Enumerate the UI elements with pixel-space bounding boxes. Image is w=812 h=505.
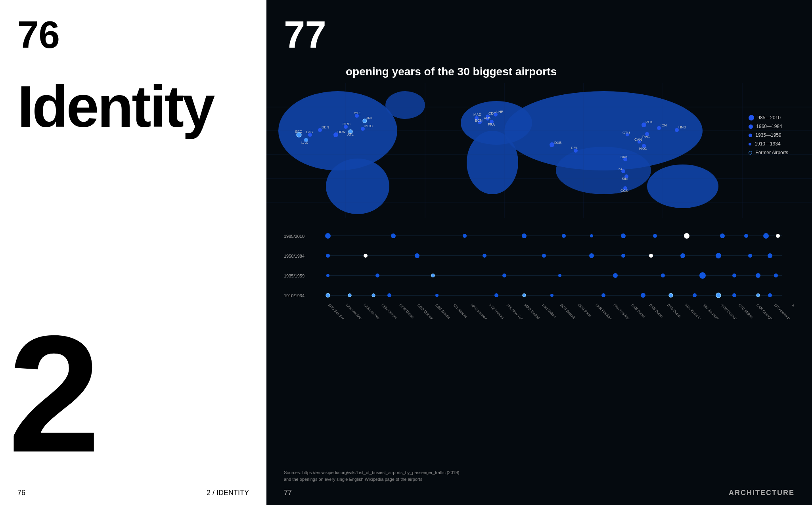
svg-point-115 [502,274,506,277]
svg-text:DEN: DEN [322,125,329,129]
svg-text:HKG: HKG [639,147,647,151]
left-big-number: 2 [8,311,101,477]
svg-point-89 [463,234,467,238]
svg-text:DFW: DFW [337,130,346,134]
svg-point-97 [744,234,748,238]
right-page-number: 77 [284,16,326,54]
svg-text:HND: HND [678,125,686,129]
svg-point-119 [699,272,706,279]
svg-text:PVG: PVG [642,135,650,139]
svg-point-133 [669,293,673,297]
right-footer-section: ARCHITECTURE [729,489,795,497]
svg-point-98 [763,233,769,239]
svg-text:KUL: KUL [619,167,626,171]
svg-point-7 [326,159,389,214]
svg-point-132 [641,293,645,298]
svg-point-88 [391,233,396,238]
svg-text:LHR: LHR [496,110,504,114]
svg-point-128 [494,293,498,297]
svg-point-106 [621,254,625,258]
legend-label-former: Former Airports [755,150,788,155]
svg-point-129 [523,294,526,297]
left-footer: 76 2 / IDENTITY [17,489,249,497]
svg-point-123 [326,293,330,297]
svg-point-125 [372,294,375,297]
svg-point-137 [756,294,760,297]
svg-point-4 [556,147,651,194]
svg-point-107 [649,254,653,258]
svg-point-105 [589,253,594,258]
svg-point-92 [590,234,593,237]
svg-text:LAX: LAX [301,141,308,145]
legend-item-1985: 985—2010 [749,115,788,121]
left-footer-section: 2 / IDENTITY [207,489,249,497]
svg-point-93 [621,233,626,238]
svg-text:DXB: DXB [554,141,562,145]
svg-text:ICN: ICN [661,123,667,127]
svg-point-111 [768,253,772,258]
svg-text:DEL: DEL [571,146,578,150]
svg-point-126 [387,293,391,297]
chart-main-title: opening years of the 30 biggest airports [346,65,795,78]
svg-point-116 [558,274,561,277]
svg-text:CGK: CGK [620,189,628,193]
legend-item-1935: 1935—1959 [749,132,788,138]
svg-point-99 [776,234,780,238]
right-footer-page-number: 77 [284,489,292,497]
svg-point-138 [768,293,772,297]
svg-point-136 [732,293,736,297]
svg-text:CAN: CAN [634,138,642,142]
svg-point-134 [693,293,697,297]
svg-text:MAD: MAD [473,113,482,117]
left-page-number: 76 [17,16,60,54]
svg-text:ORD: ORD [343,122,351,126]
legend-dot-1985 [749,115,754,121]
svg-point-135 [716,293,721,298]
svg-point-131 [601,293,605,297]
svg-point-117 [613,273,618,278]
svg-point-121 [756,273,760,278]
legend-label-1935: 1935—1959 [755,132,781,138]
svg-point-90 [522,233,527,238]
svg-point-91 [562,234,566,238]
legend-dot-1960 [749,124,753,129]
svg-text:1950/1984: 1950/1984 [284,254,304,258]
svg-text:MCO: MCO [364,124,373,128]
svg-text:1935/1959: 1935/1959 [284,274,304,278]
legend-label-1985: 985—2010 [757,115,781,121]
svg-point-127 [435,294,439,297]
svg-point-95 [684,233,689,239]
svg-text:BKK: BKK [620,155,628,159]
svg-point-100 [326,254,330,258]
legend-item-former: Former Airports [749,150,788,155]
svg-point-87 [325,233,331,239]
svg-point-101 [364,254,368,258]
world-map-svg: MAD CDG LHR BCN AMS FRA DXB DEL PEK [266,83,812,218]
svg-text:JFK: JFK [366,116,373,120]
svg-text:SIN: SIN [622,177,628,181]
legend-item-1910: 1910—1934 [749,141,788,147]
left-title: Identity [17,77,213,136]
svg-text:FRA: FRA [488,122,495,126]
left-footer-page-number: 76 [17,489,25,497]
svg-text:LAS: LAS [306,130,313,134]
svg-point-104 [542,254,546,258]
svg-rect-78 [266,220,794,319]
source-line-1: Sources: https://en.wikipedia.org/wiki/L… [284,469,459,476]
right-footer: 77 ARCHITECTURE [284,489,795,497]
svg-point-8 [385,91,425,119]
svg-point-102 [415,253,419,258]
svg-text:1910/1934: 1910/1934 [284,293,304,298]
svg-point-118 [661,274,665,277]
svg-point-32 [550,142,554,147]
svg-point-110 [748,254,752,258]
svg-text:1985/2010: 1985/2010 [284,234,304,239]
svg-point-108 [680,253,685,258]
legend-label-1910: 1910—1934 [755,141,780,147]
left-page: 76 Identity 2 76 2 / IDENTITY [0,0,266,505]
svg-text:AMS: AMS [484,116,492,120]
svg-text:PEK: PEK [645,120,653,124]
svg-text:SFO: SFO [295,130,303,134]
svg-point-112 [326,274,329,277]
svg-point-103 [483,254,486,258]
